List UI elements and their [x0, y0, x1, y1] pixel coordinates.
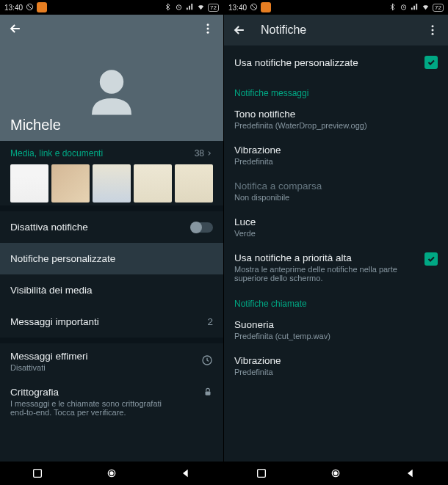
- light-title: Luce: [234, 216, 256, 227]
- starred-messages-label: Messaggi importanti: [10, 316, 99, 327]
- custom-notifications-row[interactable]: Notifiche personalizzate: [0, 243, 223, 274]
- chevron-right-icon: [206, 150, 213, 157]
- popup-title: Notifica a comparsa: [234, 180, 322, 192]
- popup-sub: Non disponibile: [234, 193, 322, 202]
- svg-point-6: [100, 70, 123, 93]
- notifications-header: Notifiche: [224, 15, 448, 45]
- svg-rect-9: [33, 470, 41, 478]
- status-time: 13:40: [4, 4, 23, 12]
- contact-header: Michele: [0, 15, 223, 141]
- media-header-label: Media, link e documenti: [10, 148, 103, 158]
- starred-messages-row[interactable]: Messaggi importanti 2: [0, 306, 223, 338]
- dnd-icon: [26, 3, 34, 12]
- battery-icon: 72: [433, 4, 444, 12]
- wifi-icon: [197, 3, 205, 12]
- svg-rect-18: [257, 470, 265, 478]
- call-vibration-sub: Predefinita: [234, 368, 281, 376]
- mute-toggle[interactable]: [191, 222, 213, 233]
- back-button[interactable]: [7, 21, 24, 37]
- svg-point-16: [432, 29, 434, 32]
- section-messages-header: Notifiche messaggi: [224, 79, 448, 101]
- signal-icon: [186, 3, 194, 12]
- svg-point-11: [110, 472, 113, 475]
- nav-recent-button[interactable]: [31, 467, 44, 480]
- status-bar: 13:40 72: [0, 0, 223, 15]
- use-custom-checkbox[interactable]: [424, 56, 438, 69]
- svg-line-1: [28, 4, 32, 9]
- contact-name: Michele: [10, 117, 61, 134]
- media-visibility-row[interactable]: Visibilità dei media: [0, 274, 223, 306]
- bluetooth-icon: [164, 3, 172, 12]
- svg-rect-8: [206, 391, 211, 395]
- media-thumbnail[interactable]: [175, 164, 213, 203]
- call-vibration-title: Vibrazione: [234, 355, 281, 366]
- dnd-icon: [250, 3, 258, 12]
- app-indicator-icon: [37, 2, 47, 12]
- svg-point-15: [432, 25, 434, 27]
- back-button[interactable]: [231, 22, 248, 38]
- notification-tone-title: Tono notifiche: [234, 109, 367, 120]
- lock-icon: [203, 387, 213, 399]
- status-time: 13:40: [228, 4, 247, 12]
- use-custom-notifications-label: Usa notifiche personalizzate: [234, 57, 358, 68]
- svg-point-4: [207, 28, 209, 30]
- light-row[interactable]: Luce Verde: [224, 209, 448, 245]
- vibration-title: Vibrazione: [234, 145, 281, 156]
- more-menu-button[interactable]: [424, 22, 441, 38]
- bluetooth-icon: [389, 3, 397, 12]
- more-menu-button[interactable]: [200, 21, 216, 37]
- page-title: Notifiche: [261, 23, 411, 37]
- android-navigation-bar: [0, 462, 223, 485]
- nav-home-button[interactable]: [329, 467, 342, 480]
- encryption-row[interactable]: Crittografia I messaggi e le chiamate so…: [0, 379, 223, 424]
- status-bar: 13:40 72: [224, 0, 448, 15]
- alarm-icon: [400, 3, 408, 12]
- ringtone-sub: Predefinita (cut_temp.wav): [234, 332, 330, 340]
- nav-back-button[interactable]: [179, 467, 192, 480]
- vibration-row[interactable]: Vibrazione Predefinita: [224, 137, 448, 173]
- encryption-title: Crittografia: [10, 387, 179, 398]
- ephemeral-title: Messaggi effimeri: [10, 351, 88, 362]
- popup-notification-row: Notifica a comparsa Non disponibile: [224, 173, 448, 209]
- svg-point-3: [207, 23, 209, 26]
- app-indicator-icon: [261, 2, 271, 12]
- ephemeral-messages-row[interactable]: Messaggi effimeri Disattivati: [0, 343, 223, 379]
- use-custom-notifications-row[interactable]: Usa notifiche personalizzate: [224, 45, 448, 79]
- notification-tone-sub: Predefinita (WaterDrop_preview.ogg): [234, 121, 367, 130]
- ringtone-row[interactable]: Suoneria Predefinita (cut_temp.wav): [224, 312, 448, 348]
- media-visibility-label: Visibilità dei media: [10, 285, 93, 296]
- vibration-sub: Predefinita: [234, 157, 281, 166]
- svg-point-20: [334, 472, 337, 475]
- svg-point-5: [207, 32, 209, 34]
- alarm-icon: [175, 3, 183, 12]
- media-thumbnail[interactable]: [51, 164, 90, 203]
- notification-tone-row[interactable]: Tono notifiche Predefinita (WaterDrop_pr…: [224, 101, 448, 137]
- high-priority-row[interactable]: Usa notifiche a priorità alta Mostra le …: [224, 245, 448, 290]
- nav-recent-button[interactable]: [255, 467, 268, 480]
- light-sub: Verde: [234, 229, 256, 238]
- timer-icon: [201, 354, 213, 368]
- notification-settings-screen: 13:40 72: [224, 0, 448, 485]
- media-count: 38: [195, 148, 204, 158]
- svg-point-17: [432, 33, 434, 35]
- android-navigation-bar: [224, 462, 448, 485]
- section-calls-header: Notifiche chiamate: [224, 290, 448, 312]
- custom-notifications-label: Notifiche personalizzate: [10, 253, 115, 264]
- call-vibration-row[interactable]: Vibrazione Predefinita: [224, 348, 448, 384]
- mute-notifications-label: Disattiva notifiche: [10, 222, 88, 233]
- svg-line-13: [252, 4, 256, 9]
- nav-back-button[interactable]: [404, 467, 417, 480]
- ephemeral-sub: Disattivati: [10, 363, 88, 372]
- wifi-icon: [422, 3, 430, 12]
- media-thumbnail[interactable]: [134, 164, 172, 203]
- media-links-docs-row[interactable]: Media, link e documenti 38: [0, 141, 223, 205]
- media-thumbnail[interactable]: [10, 164, 48, 203]
- battery-icon: 72: [208, 4, 219, 12]
- encryption-sub: I messaggi e le chiamate sono crittograf…: [10, 399, 179, 417]
- high-priority-checkbox[interactable]: [424, 252, 438, 266]
- media-thumbnail[interactable]: [93, 164, 131, 203]
- mute-notifications-row[interactable]: Disattiva notifiche: [0, 211, 223, 243]
- nav-home-button[interactable]: [105, 467, 118, 480]
- signal-icon: [411, 3, 419, 12]
- high-priority-sub: Mostra le anteprime delle notifiche nell…: [234, 265, 400, 282]
